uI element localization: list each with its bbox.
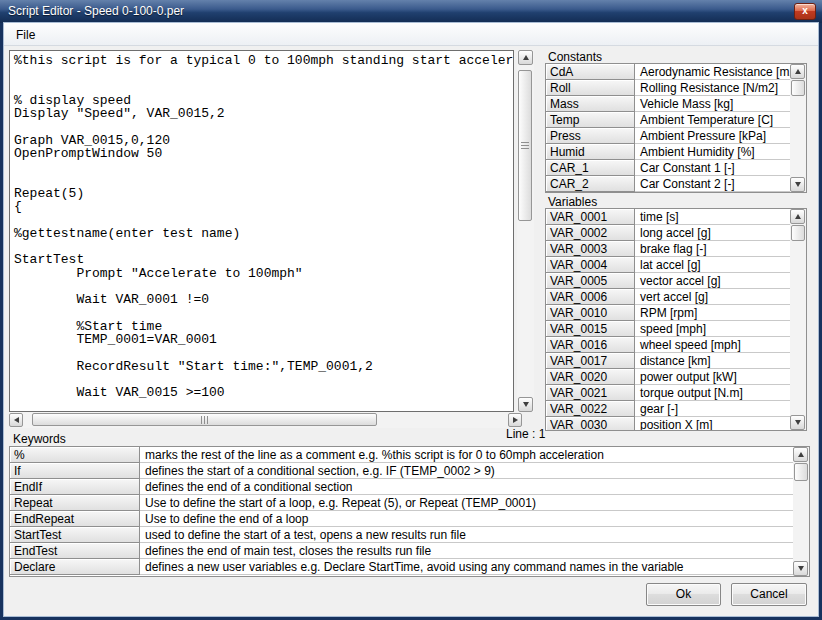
table-row[interactable]: RepeatUse to define the start of a loop,…: [10, 495, 793, 511]
cancel-button[interactable]: Cancel: [731, 583, 807, 606]
variable-name: VAR_0015: [546, 321, 635, 337]
constant-name: Roll: [546, 80, 635, 96]
constants-rows: CdAAerodynamic Resistance [m2] RollRolli…: [546, 64, 790, 192]
constant-desc: Rolling Resistance [N/m2]: [635, 80, 790, 96]
editor-hscroll-thumb[interactable]: [32, 413, 377, 426]
table-row[interactable]: VAR_0010RPM [rpm]: [546, 305, 790, 321]
variable-name: VAR_0004: [546, 257, 635, 273]
variable-name: VAR_0017: [546, 353, 635, 369]
table-row[interactable]: VAR_0004lat accel [g]: [546, 257, 790, 273]
table-row[interactable]: PressAmbient Pressure [kPa]: [546, 128, 790, 144]
variable-desc: RPM [rpm]: [635, 305, 790, 321]
variable-desc: wheel speed [mph]: [635, 337, 790, 353]
scroll-up-button[interactable]: [793, 447, 808, 462]
table-row[interactable]: CAR_2Car Constant 2 [-]: [546, 176, 790, 192]
constant-desc: Car Constant 1 [-]: [635, 160, 790, 176]
keyword-desc: defines the end of a conditional section: [140, 479, 793, 495]
keyword-desc: marks the rest of the line as a comment …: [140, 447, 793, 463]
table-row[interactable]: VAR_0003brake flag [-]: [546, 241, 790, 257]
variables-rows: VAR_0001time [s] VAR_0002long accel [g] …: [546, 209, 790, 430]
variable-name: VAR_0001: [546, 209, 635, 225]
table-row[interactable]: EndIfdefines the end of a conditional se…: [10, 479, 793, 495]
variable-desc: distance [km]: [635, 353, 790, 369]
editor-vertical-scrollbar[interactable]: [517, 50, 534, 412]
table-row[interactable]: VAR_0017distance [km]: [546, 353, 790, 369]
table-row[interactable]: VAR_0015speed [mph]: [546, 321, 790, 337]
table-row[interactable]: VAR_0020power output [kW]: [546, 369, 790, 385]
scroll-up-button[interactable]: [790, 64, 805, 79]
table-row[interactable]: Declaredefines a new user variables e.g.…: [10, 559, 793, 575]
close-button[interactable]: x: [794, 3, 816, 20]
variable-name: VAR_0003: [546, 241, 635, 257]
constant-name: CAR_2: [546, 176, 635, 192]
keyword-desc: defines the start of a conditional secti…: [140, 463, 793, 479]
scroll-up-button[interactable]: [790, 209, 805, 224]
table-row[interactable]: VAR_0030position X [m]: [546, 417, 790, 430]
keyword-name: EndTest: [10, 543, 140, 559]
keyword-name: Repeat: [10, 495, 140, 511]
keyword-desc: defines a new user variables e.g. Declar…: [140, 559, 793, 575]
thumb-grip-icon: [521, 142, 529, 150]
keyword-name: If: [10, 463, 140, 479]
table-row[interactable]: MassVehicle Mass [kg]: [546, 96, 790, 112]
keywords-scroll-thumb[interactable]: [794, 463, 808, 481]
scroll-down-button[interactable]: [518, 397, 533, 412]
constant-name: Mass: [546, 96, 635, 112]
script-editor-window: Script Editor - Speed 0-100-0.per x File…: [0, 0, 822, 620]
variable-name: VAR_0021: [546, 385, 635, 401]
keywords-scrollbar[interactable]: [793, 447, 809, 576]
scroll-down-button[interactable]: [790, 415, 805, 430]
scroll-down-button[interactable]: [793, 561, 808, 576]
variable-name: VAR_0002: [546, 225, 635, 241]
constant-desc: Aerodynamic Resistance [m2]: [635, 64, 790, 80]
arrow-left-icon: [14, 417, 19, 423]
table-row[interactable]: VAR_0001time [s]: [546, 209, 790, 225]
script-code-editor[interactable]: %this script is for a typical 0 to 100mp…: [9, 50, 514, 412]
table-row[interactable]: VAR_0005vector accel [g]: [546, 273, 790, 289]
table-row[interactable]: %marks the rest of the line as a comment…: [10, 447, 793, 463]
table-row[interactable]: Ifdefines the start of a conditional sec…: [10, 463, 793, 479]
constants-scroll-thumb[interactable]: [791, 80, 805, 96]
table-row[interactable]: VAR_0021torque output [N.m]: [546, 385, 790, 401]
arrow-down-icon: [523, 402, 529, 407]
constant-desc: Vehicle Mass [kg]: [635, 96, 790, 112]
table-row[interactable]: EndTestdefines the end of main test, clo…: [10, 543, 793, 559]
constants-scrollbar[interactable]: [790, 64, 806, 192]
keywords-label: Keywords: [13, 432, 66, 446]
table-row[interactable]: VAR_0002long accel [g]: [546, 225, 790, 241]
keyword-desc: used to define the start of a test, open…: [140, 527, 793, 543]
table-row[interactable]: RollRolling Resistance [N/m2]: [546, 80, 790, 96]
keyword-desc: Use to define the end of a loop: [140, 511, 793, 527]
table-row[interactable]: VAR_0006vert accel [g]: [546, 289, 790, 305]
scroll-up-button[interactable]: [518, 50, 533, 65]
editor-vscroll-thumb[interactable]: [518, 70, 532, 221]
table-row[interactable]: VAR_0022gear [-]: [546, 401, 790, 417]
variables-scroll-thumb[interactable]: [791, 225, 805, 241]
table-row[interactable]: EndRepeatUse to define the end of a loop: [10, 511, 793, 527]
table-row[interactable]: CdAAerodynamic Resistance [m2]: [546, 64, 790, 80]
scroll-down-button[interactable]: [790, 177, 805, 192]
scroll-left-button[interactable]: [9, 413, 23, 427]
variable-name: VAR_0006: [546, 289, 635, 305]
scroll-right-button[interactable]: [508, 413, 522, 427]
ok-button[interactable]: Ok: [646, 583, 721, 606]
editor-horizontal-scrollbar[interactable]: [9, 412, 522, 428]
keyword-name: EndIf: [10, 479, 140, 495]
table-row[interactable]: VAR_0016wheel speed [mph]: [546, 337, 790, 353]
variable-desc: torque output [N.m]: [635, 385, 790, 401]
table-row[interactable]: TempAmbient Temperature [C]: [546, 112, 790, 128]
constant-desc: Ambient Temperature [C]: [635, 112, 790, 128]
table-row[interactable]: CAR_1Car Constant 1 [-]: [546, 160, 790, 176]
arrow-up-icon: [523, 55, 529, 60]
keywords-list: %marks the rest of the line as a comment…: [9, 446, 810, 577]
constant-desc: Ambient Humidity [%]: [635, 144, 790, 160]
keyword-desc: Use to define the start of a loop, e.g. …: [140, 495, 793, 511]
variables-scrollbar[interactable]: [790, 209, 806, 430]
menu-bar: [4, 23, 818, 46]
table-row[interactable]: StartTestused to define the start of a t…: [10, 527, 793, 543]
table-row[interactable]: HumidAmbient Humidity [%]: [546, 144, 790, 160]
menu-item-file[interactable]: File: [9, 26, 42, 44]
titlebar[interactable]: Script Editor - Speed 0-100-0.per x: [0, 0, 822, 23]
variable-name: VAR_0016: [546, 337, 635, 353]
variable-desc: gear [-]: [635, 401, 790, 417]
